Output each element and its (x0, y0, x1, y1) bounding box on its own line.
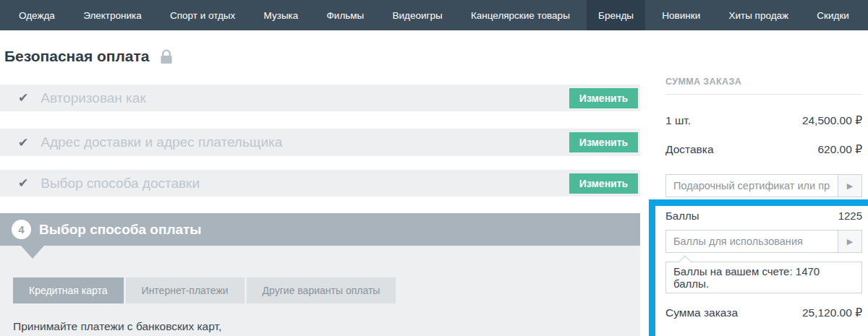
change-shipping-button[interactable]: Изменить (569, 173, 638, 194)
quantity-row: 1 шт. 24,500.00 ₽ (665, 114, 862, 127)
points-field: ▶ (665, 230, 862, 253)
check-icon: ✔ (18, 90, 28, 105)
nav-item-videoigry[interactable]: Видеоигры (381, 0, 454, 30)
points-value: 1225 (838, 210, 862, 222)
payment-step-pointer (21, 246, 44, 259)
shipping-label: Доставка (665, 143, 714, 156)
total-row: Сумма заказа 25,120.00 ₽ (665, 306, 862, 319)
step-shipping-method-row: ✔ Выбор способа доставки Изменить (0, 170, 640, 197)
step-shipping-method-label: Выбор способа доставки (41, 176, 200, 191)
points-input[interactable] (666, 231, 838, 252)
step-address-label: Адрес доставки и адрес плательщика (41, 134, 282, 150)
order-summary-title: СУММА ЗАКАЗА (665, 77, 741, 87)
page-title: Безопасная оплата (4, 48, 150, 65)
step-number-badge: 4 (12, 220, 31, 239)
nav-item-skidki[interactable]: Скидки (805, 0, 861, 30)
checkout-page: Одежда Электроника Спорт и отдых Музыка … (0, 0, 868, 336)
points-submit-button[interactable]: ▶ (838, 231, 861, 252)
nav-item-filmy[interactable]: Фильмы (315, 0, 376, 30)
change-auth-button[interactable]: Изменить (569, 88, 638, 108)
lock-icon (160, 49, 173, 64)
step-authorized-row: ✔ Авторизован как Изменить (0, 85, 640, 111)
total-label: Сумма заказа (665, 306, 738, 319)
nav-item-kancelyarskie[interactable]: Канцелярские товары (459, 0, 582, 30)
nav-item-elektronika[interactable]: Электроника (72, 0, 153, 30)
nav-item-hity-prodazh[interactable]: Хиты продаж (717, 0, 800, 30)
tab-internet-payments[interactable]: Интернет-платежи (126, 277, 244, 303)
payment-step-title: Выбор способа оплаты (39, 222, 202, 238)
change-address-button[interactable]: Изменить (569, 132, 638, 152)
points-row: Баллы 1225 (665, 210, 862, 222)
points-label: Баллы (665, 210, 699, 222)
top-nav: Одежда Электроника Спорт и отдых Музыка … (0, 0, 868, 30)
payment-tab-body-text: Принимайте платежи с банковских карт, (13, 320, 221, 333)
payment-tabs: Кредитная карта Интернет-платежи Другие … (13, 277, 396, 303)
nav-item-muzyka[interactable]: Музыка (252, 0, 310, 30)
divider (665, 94, 862, 95)
nav-item-novinki[interactable]: Новинки (650, 0, 712, 30)
tab-other-payment-options[interactable]: Другие варианты оплаты (247, 277, 396, 303)
tab-credit-card[interactable]: Кредитная карта (13, 277, 124, 303)
check-icon: ✔ (18, 176, 28, 191)
promo-submit-button[interactable]: ▶ (838, 175, 861, 197)
quantity-label: 1 шт. (665, 114, 691, 127)
promo-code-input[interactable] (666, 175, 838, 197)
nav-item-odezhda[interactable]: Одежда (7, 0, 67, 30)
shipping-value: 620.00 ₽ (817, 143, 862, 156)
promo-code-field: ▶ (665, 174, 862, 197)
page-title-row: Безопасная оплата (4, 48, 173, 65)
points-balance-tooltip: Баллы на вашем счете: 1470 баллы. (665, 262, 862, 293)
nav-item-brendy[interactable]: Бренды (587, 0, 645, 30)
points-balance-text: Баллы на вашем счете: 1470 баллы. (673, 265, 854, 290)
step-address-row: ✔ Адрес доставки и адрес плательщика Изм… (0, 129, 640, 156)
total-value: 25,120.00 ₽ (802, 306, 862, 319)
shipping-row: Доставка 620.00 ₽ (665, 143, 862, 156)
step-authorized-label: Авторизован как (41, 90, 145, 106)
payment-step-header: 4 Выбор способа оплаты (0, 213, 640, 246)
quantity-value: 24,500.00 ₽ (802, 114, 862, 127)
nav-item-sport[interactable]: Спорт и отдых (158, 0, 247, 30)
check-icon: ✔ (18, 135, 28, 150)
